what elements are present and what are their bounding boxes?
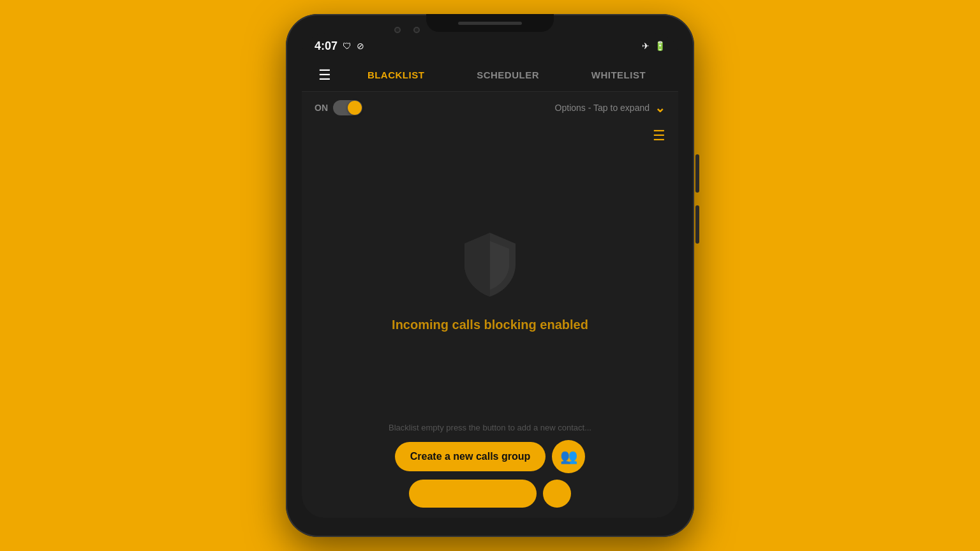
toggle-knob [348,101,362,115]
shield-container [458,230,522,302]
nav-tabs: ☰ BLACKLIST SCHEDULER WHITELIST [302,59,678,92]
bottom-hint-text: Blacklist empty press the button to add … [389,422,591,434]
bottom-area: Blacklist empty press the button to add … [302,415,678,518]
on-off-toggle[interactable] [333,100,362,115]
status-time: 4:07 [315,40,338,53]
camera-right [413,27,420,33]
shield-icon [458,230,522,300]
airplane-icon: ✈ [642,41,650,51]
volume-down-button[interactable] [695,205,699,244]
group-people-icon: 👥 [560,448,577,465]
phone-device: 4:07 🛡 ⊘ ✈ 🔋 ☰ BLACKLIST SCHEDULER WHITE… [286,14,694,537]
options-expand[interactable]: Options - Tap to expand ⌄ [555,100,665,115]
notch-bar [458,22,522,25]
status-right: ✈ 🔋 [642,41,665,51]
tab-blacklist[interactable]: BLACKLIST [357,64,435,85]
battery-icon: 🔋 [655,41,665,51]
phone-notch [426,14,554,32]
tab-whitelist[interactable]: WHITELIST [581,64,656,85]
camera-left [394,27,401,33]
shield-status-icon: 🛡 [343,41,352,51]
main-content: Incoming calls blocking enabled [302,148,678,415]
bottom-fab-partial [315,480,665,510]
filter-bar: ☰ [302,124,678,148]
filter-icon[interactable]: ☰ [653,128,665,144]
blocking-text: Incoming calls blocking enabled [392,318,588,332]
toggle-label: ON [315,103,328,113]
tabs-container: BLACKLIST SCHEDULER WHITELIST [341,64,672,85]
toggle-container[interactable]: ON [315,100,362,115]
bottom-buttons: Create a new calls group 👥 [315,440,665,473]
create-calls-group-button[interactable]: Create a new calls group [395,442,546,471]
status-bar: 4:07 🛡 ⊘ ✈ 🔋 [302,33,678,59]
hamburger-menu-icon[interactable]: ☰ [308,68,341,82]
fab-partial-button[interactable] [409,480,537,508]
block-status-icon: ⊘ [357,41,364,51]
phone-screen: 4:07 🛡 ⊘ ✈ 🔋 ☰ BLACKLIST SCHEDULER WHITE… [302,33,678,518]
options-expand-text: Options - Tap to expand [555,103,650,113]
tab-scheduler[interactable]: SCHEDULER [466,64,549,85]
group-icon-button[interactable]: 👥 [552,440,585,473]
options-bar: ON Options - Tap to expand ⌄ [302,92,678,124]
chevron-down-icon: ⌄ [655,100,665,115]
fab-partial-circle[interactable] [543,480,571,508]
volume-up-button[interactable] [695,154,699,193]
status-left: 4:07 🛡 ⊘ [315,40,364,53]
